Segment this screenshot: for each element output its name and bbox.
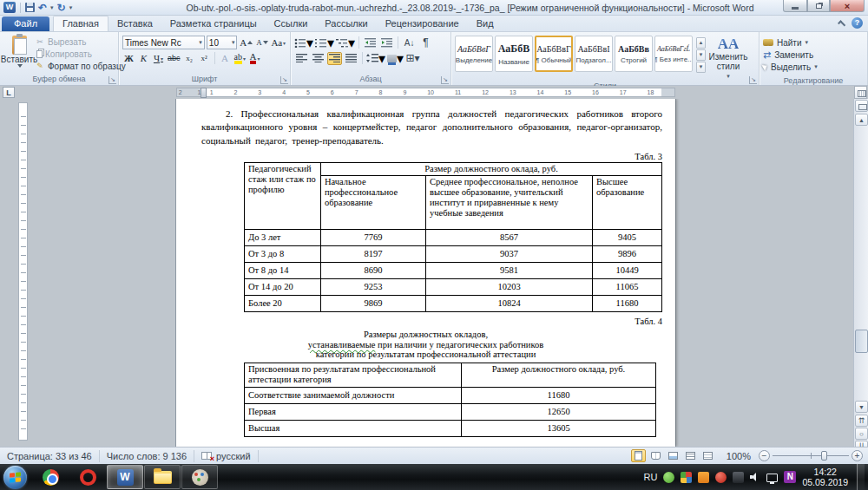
table-row[interactable]: Высшая13605: [245, 421, 656, 437]
previous-page-button[interactable]: ⇈: [855, 415, 868, 427]
style-emphasis[interactable]: АаБбВвГВыделение: [455, 36, 493, 72]
select-browse-object-button[interactable]: ○: [855, 428, 868, 440]
multilevel-list-button[interactable]: ▾: [336, 36, 355, 49]
align-right-button[interactable]: [327, 52, 342, 65]
table4-header[interactable]: Размер должностного оклада, руб.: [462, 363, 656, 388]
utorrent-tray-icon[interactable]: [663, 472, 674, 483]
borders-button[interactable]: ⊞▾: [405, 52, 420, 65]
help-button[interactable]: ?: [852, 17, 863, 29]
close-button[interactable]: ×: [830, 0, 865, 12]
word-count[interactable]: Число слов: 9 136: [100, 450, 194, 462]
tab-page-layout[interactable]: Разметка страницы: [161, 16, 266, 31]
style-normal[interactable]: АаБбВвГ¶ Обычный: [535, 36, 573, 72]
change-case-button[interactable]: Аа▾: [271, 36, 286, 49]
tab-view[interactable]: Вид: [468, 16, 503, 31]
tab-selector[interactable]: L: [3, 87, 15, 98]
style-no-spacing[interactable]: АаБбВвГгĹ¶ Без инте...: [654, 36, 693, 72]
salary-table-by-category[interactable]: Присвоенная по результатам профессиональ…: [244, 363, 656, 437]
onenote-tray-icon[interactable]: N: [784, 471, 796, 483]
orange-tray-icon[interactable]: [698, 472, 709, 483]
shading-button[interactable]: ▾: [387, 52, 404, 65]
table-row[interactable]: Соответствие занимаемой должности11680: [245, 388, 656, 404]
redo-button[interactable]: ↻: [57, 3, 66, 13]
collapse-ribbon-icon[interactable]: [838, 20, 845, 28]
multicolor-tray-icon[interactable]: [681, 472, 692, 483]
table3-col-header[interactable]: Среднее профессиональное, неполное высше…: [426, 175, 593, 229]
tab-file[interactable]: Файл: [2, 16, 49, 31]
taskbar-chrome-button[interactable]: [32, 465, 69, 489]
table4-caption[interactable]: Табл. 4: [176, 317, 662, 326]
proofing-language[interactable]: × русский: [194, 450, 258, 462]
tab-review[interactable]: Рецензирование: [377, 16, 468, 31]
gallery-up-button[interactable]: ▲: [696, 37, 706, 49]
highlight-button[interactable]: ab▾: [233, 52, 247, 65]
table3-caption[interactable]: Табл. 3: [176, 152, 662, 161]
styles-dialog-launcher[interactable]: ↘: [749, 76, 757, 84]
zoom-out-button[interactable]: −: [759, 450, 770, 461]
style-subtitle[interactable]: АаБбВвІПодзагол...: [575, 36, 613, 72]
table-row[interactable]: Более 2098691082411680: [245, 295, 662, 311]
taskbar-clock[interactable]: 14:2205.09.2019: [802, 467, 848, 487]
cut-button[interactable]: ✂Вырезать: [35, 36, 126, 48]
decrease-indent-button[interactable]: [363, 36, 378, 49]
table-row[interactable]: От 3 до 8819790379896: [245, 245, 662, 262]
table-row[interactable]: От 8 до 148690958110449: [245, 262, 662, 278]
volume-icon[interactable]: [750, 472, 760, 482]
gallery-down-button[interactable]: ▼: [696, 49, 706, 61]
restore-button[interactable]: [807, 0, 830, 12]
table3-col-header[interactable]: Высшее образование: [593, 175, 662, 229]
scroll-up-button[interactable]: ▲: [855, 114, 868, 126]
language-indicator[interactable]: RU: [644, 472, 658, 482]
font-size-combo[interactable]: 10▾: [207, 36, 238, 49]
style-strong[interactable]: АаБбВвСтрогий: [615, 36, 653, 72]
web-layout-view-button[interactable]: [666, 449, 681, 462]
zoom-in-button[interactable]: +: [852, 450, 863, 461]
indent-marker[interactable]: [201, 88, 207, 98]
document-page[interactable]: 2. Профессиональная квалификационная гру…: [176, 99, 675, 447]
strikethrough-button[interactable]: abc: [167, 52, 181, 65]
body-paragraph[interactable]: 2. Профессиональная квалификационная гру…: [201, 108, 662, 147]
word-app-icon[interactable]: W: [3, 2, 16, 13]
gallery-more-button[interactable]: ▼: [696, 62, 706, 73]
draft-view-button[interactable]: [700, 449, 715, 462]
numbering-button[interactable]: ▾: [315, 36, 334, 49]
align-center-button[interactable]: [311, 52, 326, 65]
font-family-combo[interactable]: Times New Rc▾: [122, 36, 205, 49]
underline-button[interactable]: Ч▾: [152, 52, 165, 65]
table3-span-header[interactable]: Размер должностного оклада, руб.: [321, 162, 662, 175]
justify-button[interactable]: [344, 52, 358, 65]
network-icon[interactable]: [766, 474, 778, 482]
line-spacing-button[interactable]: ▾: [366, 52, 385, 65]
grow-font-button[interactable]: А: [239, 36, 253, 49]
taskbar-word-button[interactable]: W: [107, 465, 143, 489]
find-button[interactable]: Найти▾: [763, 36, 818, 49]
view-ruler-button[interactable]: [855, 100, 868, 112]
next-page-button[interactable]: ⇊: [855, 441, 868, 447]
save-icon[interactable]: [25, 3, 35, 12]
align-left-button[interactable]: [294, 52, 309, 65]
zoom-slider[interactable]: [773, 450, 849, 461]
bullets-button[interactable]: ▾: [294, 36, 313, 49]
show-formatting-button[interactable]: ¶: [418, 36, 433, 49]
taskbar-paint-button[interactable]: [181, 465, 218, 489]
format-painter-button[interactable]: ✎Формат по образцу: [35, 60, 126, 72]
tab-home[interactable]: Главная: [53, 16, 108, 31]
font-dialog-launcher[interactable]: ↘: [280, 76, 288, 84]
select-button[interactable]: Выделить▾: [763, 61, 818, 73]
subscript-button[interactable]: x₂: [183, 52, 196, 65]
page-indicator[interactable]: Страница: 33 из 46: [5, 450, 100, 462]
font-color-button[interactable]: А▾: [248, 52, 261, 65]
table3-stage-header[interactable]: Педагогический стаж или стаж по профилю: [245, 162, 321, 229]
horizontal-ruler[interactable]: 2 1 1 2 3 4 5 6 7 8 9 10 11 12 13 14 15 …: [176, 88, 675, 97]
clipboard-dialog-launcher[interactable]: ↘: [108, 76, 116, 84]
scrollbar-thumb[interactable]: [855, 330, 868, 353]
text-effects-button[interactable]: А: [219, 52, 232, 65]
paragraph-dialog-launcher[interactable]: ↘: [441, 76, 449, 84]
vertical-scrollbar[interactable]: ▲ ▼ ⇈ ○ ⇊: [853, 99, 868, 447]
shrink-font-button[interactable]: А: [255, 36, 268, 49]
undo-button[interactable]: ↶: [38, 3, 47, 13]
scroll-down-button[interactable]: ▼: [855, 401, 868, 413]
minimize-button[interactable]: [783, 0, 807, 12]
tab-mailings[interactable]: Рассылки: [316, 16, 376, 31]
zoom-slider-thumb[interactable]: [821, 451, 827, 461]
